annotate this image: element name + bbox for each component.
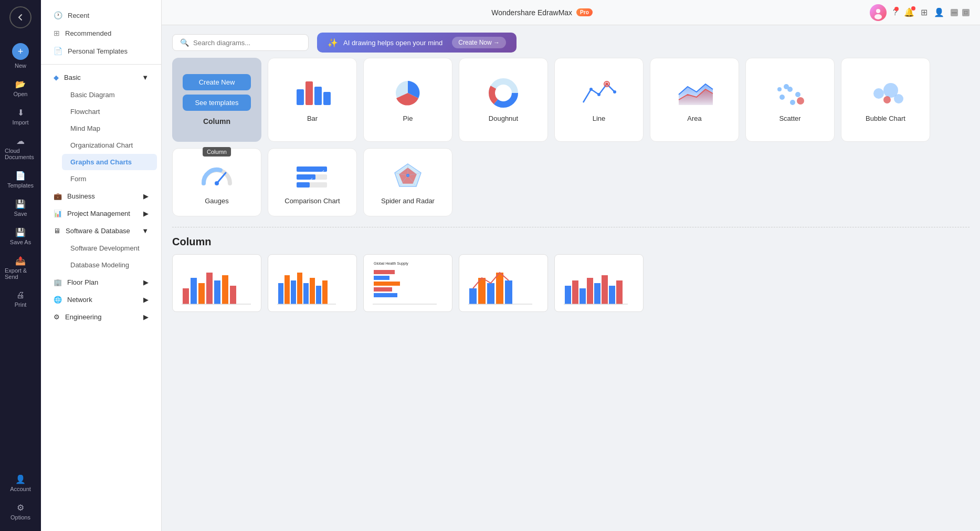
- sidebar-database[interactable]: Database Modeling: [62, 257, 157, 273]
- account-icon: 👤: [15, 474, 26, 484]
- sidebar-recommended[interactable]: ⊞ Recommended: [45, 25, 157, 41]
- svg-rect-61: [322, 280, 328, 304]
- column-section-title: Column: [172, 236, 970, 248]
- chart-card-gauges[interactable]: Gauges: [172, 148, 261, 216]
- nav-options[interactable]: ⚙ Options: [2, 498, 39, 525]
- svg-rect-48: [206, 273, 213, 304]
- ai-create-now[interactable]: Create Now →: [452, 37, 506, 48]
- chart-grid-scroll: Create New See templates Column Column B…: [162, 58, 980, 531]
- chart-card-column[interactable]: Create New See templates Column Column: [172, 58, 261, 142]
- template-thumb-1[interactable]: [172, 254, 261, 312]
- sidebar-flowchart[interactable]: Flowchart: [62, 103, 157, 120]
- minimize-button[interactable]: —: [951, 9, 958, 16]
- template-row: Global Health Supply: [172, 254, 970, 316]
- sidebar-personal[interactable]: 📄 Personal Templates: [45, 43, 157, 59]
- svg-point-28: [215, 181, 219, 185]
- svg-point-18: [795, 92, 800, 97]
- bell-button[interactable]: 🔔: [904, 7, 914, 17]
- sidebar-category-project[interactable]: 📊 Project Management ▶: [45, 205, 157, 222]
- template-thumb-2[interactable]: [268, 254, 357, 312]
- bubble-chart-icon: [867, 78, 904, 109]
- chart-card-bubble[interactable]: Bubble Chart: [841, 58, 930, 142]
- see-templates-button[interactable]: See templates: [183, 95, 251, 111]
- svg-rect-68: [374, 287, 392, 291]
- nav-new[interactable]: + New: [2, 39, 39, 73]
- sidebar-graphs-charts[interactable]: Graphs and Charts: [62, 154, 157, 170]
- chart-card-comparison[interactable]: ✓ ✓ Comparison Chart: [268, 148, 357, 216]
- sidebar-category-floor-plan[interactable]: 🏢 Floor Plan ▶: [45, 274, 157, 290]
- nav-export-label: Export & Send: [5, 267, 36, 280]
- svg-text:✓: ✓: [321, 169, 325, 174]
- chart-card-pie[interactable]: Pie: [363, 58, 452, 142]
- svg-rect-46: [191, 278, 197, 304]
- ai-icon: ✨: [328, 38, 338, 48]
- help-button[interactable]: ?: [893, 8, 898, 17]
- app-title: Wondershare EdrawMax: [491, 8, 572, 17]
- sidebar-software-dev[interactable]: Software Development: [62, 240, 157, 256]
- sidebar-category-basic[interactable]: ◆ Basic ▼: [45, 69, 157, 86]
- chart-card-doughnut[interactable]: Doughnut: [459, 58, 548, 142]
- sidebar-mind-map[interactable]: Mind Map: [62, 120, 157, 137]
- chart-card-area[interactable]: Area: [650, 58, 739, 142]
- svg-rect-85: [609, 286, 615, 304]
- recent-icon: 🕐: [54, 11, 62, 19]
- user-menu-icon: 👤: [934, 8, 944, 17]
- nav-save-as[interactable]: 💾 Save As: [2, 223, 39, 249]
- create-new-button[interactable]: Create New: [183, 74, 251, 90]
- template-thumb-4[interactable]: [459, 254, 548, 312]
- spider-card-label: Spider and Radar: [381, 197, 435, 205]
- chart-card-bar[interactable]: Bar: [268, 58, 357, 142]
- svg-rect-74: [487, 283, 494, 304]
- nav-open[interactable]: 📂 Open: [2, 75, 39, 101]
- nav-print[interactable]: 🖨 Print: [2, 286, 39, 312]
- chart-card-line[interactable]: Line: [554, 58, 644, 142]
- title-right-controls: ? 🔔 ⊞ 👤 — □: [870, 4, 970, 21]
- sidebar-category-software[interactable]: 🖥 Software & Database ▼: [45, 223, 157, 239]
- sidebar-basic-diagram[interactable]: Basic Diagram: [62, 87, 157, 103]
- back-button[interactable]: [9, 6, 31, 28]
- chart-card-scatter[interactable]: Scatter: [745, 58, 835, 142]
- user-menu-button[interactable]: 👤: [934, 7, 944, 17]
- area-card-label: Area: [687, 114, 701, 122]
- svg-rect-3: [297, 89, 304, 105]
- org-chart-label: Organizational Chart: [70, 141, 133, 149]
- grid-icon: ⊞: [921, 8, 928, 17]
- options-icon: ⚙: [17, 503, 24, 513]
- search-box[interactable]: 🔍: [172, 34, 309, 51]
- sidebar-recent[interactable]: 🕐 Recent: [45, 7, 157, 24]
- sidebar-form[interactable]: Form: [62, 171, 157, 187]
- search-input[interactable]: [193, 39, 293, 47]
- mind-map-label: Mind Map: [70, 124, 100, 132]
- template-thumb-5[interactable]: [554, 254, 644, 312]
- svg-rect-51: [230, 286, 236, 304]
- nav-templates[interactable]: 📄 Templates: [2, 166, 39, 193]
- area-chart-icon: [676, 78, 713, 109]
- nav-import[interactable]: ⬇ Import: [2, 103, 39, 130]
- sidebar-org-chart[interactable]: Organizational Chart: [62, 137, 157, 153]
- narrow-sidebar: + New 📂 Open ⬇ Import ☁ Cloud Documents …: [0, 0, 41, 531]
- sidebar-category-business[interactable]: 💼 Business ▶: [45, 188, 157, 204]
- scatter-card-label: Scatter: [779, 114, 800, 122]
- sidebar-recommended-label: Recommended: [65, 29, 111, 37]
- maximize-button[interactable]: □: [962, 9, 970, 16]
- svg-rect-58: [303, 283, 309, 304]
- nav-export[interactable]: 📤 Export & Send: [2, 252, 39, 284]
- sidebar-category-engineering[interactable]: ⚙ Engineering ▶: [45, 309, 157, 325]
- wide-sidebar: 🕐 Recent ⊞ Recommended 📄 Personal Templa…: [41, 0, 162, 531]
- project-chevron: ▶: [143, 210, 149, 217]
- templates-icon: 📄: [15, 171, 26, 181]
- ai-banner[interactable]: ✨ AI drawing helps open your mind Create…: [317, 33, 517, 53]
- sidebar-category-network[interactable]: 🌐 Network ▶: [45, 291, 157, 308]
- svg-point-14: [613, 90, 616, 93]
- sidebar-personal-label: Personal Templates: [68, 47, 128, 55]
- nav-cloud[interactable]: ☁ Cloud Documents: [2, 132, 39, 164]
- bubble-card-label: Bubble Chart: [866, 114, 905, 122]
- grid-button[interactable]: ⊞: [921, 7, 928, 17]
- nav-save[interactable]: 💾 Save: [2, 195, 39, 221]
- nav-account[interactable]: 👤 Account: [2, 470, 39, 496]
- software-label: Software & Database: [66, 227, 130, 235]
- chart-card-spider[interactable]: Spider and Radar: [363, 148, 452, 216]
- user-avatar[interactable]: [870, 4, 887, 21]
- template-thumb-3[interactable]: Global Health Supply: [363, 254, 452, 312]
- nav-print-label: Print: [15, 301, 27, 308]
